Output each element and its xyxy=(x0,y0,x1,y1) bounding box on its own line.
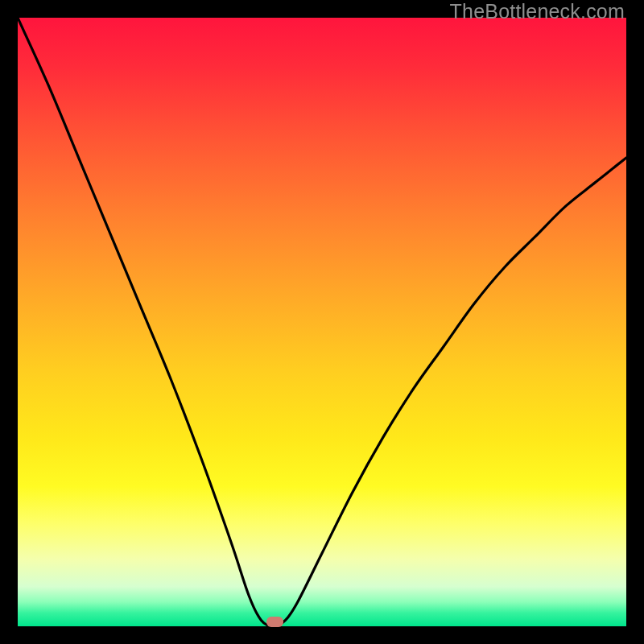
optimum-marker xyxy=(266,617,283,627)
watermark-text: TheBottleneck.com xyxy=(450,0,625,23)
plot-area xyxy=(18,18,626,626)
